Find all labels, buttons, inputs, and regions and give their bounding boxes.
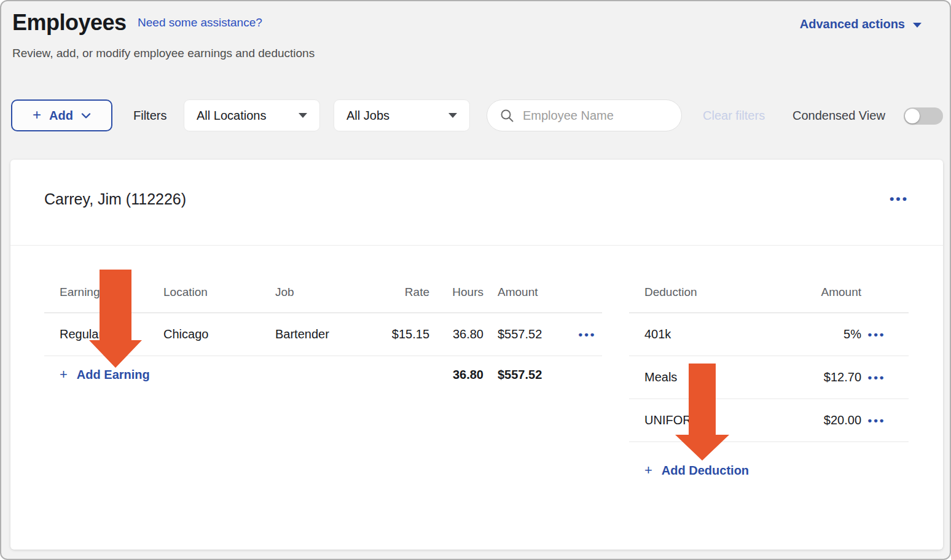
employee-card-header: Carrey, Jim (112226) ••• xyxy=(10,160,943,246)
deduction-name: Meals xyxy=(629,370,788,384)
add-earning-link[interactable]: + Add Earning xyxy=(44,367,359,383)
employee-search-input[interactable] xyxy=(523,109,664,123)
deduction-amount: 5% xyxy=(788,327,861,341)
deduction-amount: $20.00 xyxy=(788,413,861,427)
earning-location: Chicago xyxy=(163,327,275,341)
condensed-view-toggle[interactable] xyxy=(904,107,943,125)
toggle-knob xyxy=(905,109,920,123)
earning-job: Bartender xyxy=(275,327,359,341)
chevron-down-icon xyxy=(81,113,91,119)
employee-search[interactable] xyxy=(487,99,682,131)
deduction-name: 401k xyxy=(629,327,788,341)
deduction-row: Meals $12.70 ••• xyxy=(629,356,909,399)
clear-filters-link[interactable]: Clear filters xyxy=(703,99,765,131)
earning-row: Regular Chicago Bartender $15.15 36.80 $… xyxy=(44,313,602,356)
caret-down-icon xyxy=(913,23,922,28)
advanced-actions-dropdown[interactable]: Advanced actions xyxy=(800,17,922,31)
deduction-row: UNIFORM $20.00 ••• xyxy=(629,399,909,442)
deductions-footer-row: + Add Deduction xyxy=(629,442,909,499)
deduction-row-menu-button[interactable]: ••• xyxy=(861,414,892,427)
add-button-label: Add xyxy=(49,109,73,123)
earning-amount: $557.52 xyxy=(483,327,573,341)
col-earning: Earning xyxy=(44,286,163,299)
employee-name: Carrey, Jim (112226) xyxy=(44,190,186,208)
earnings-header-row: Earning Location Job Rate Hours Amount xyxy=(44,271,602,313)
location-filter-value: All Locations xyxy=(197,109,266,123)
advanced-actions-label: Advanced actions xyxy=(800,17,905,31)
location-filter-select[interactable]: All Locations xyxy=(184,99,320,131)
earning-rate: $15.15 xyxy=(359,327,429,341)
col-deduction-amount: Amount xyxy=(788,286,861,299)
page-header: Employees Need some assistance? xyxy=(12,10,262,36)
earnings-table: Earning Location Job Rate Hours Amount R… xyxy=(44,271,602,393)
plus-icon: + xyxy=(33,107,41,122)
earning-row-menu-button[interactable]: ••• xyxy=(573,328,602,341)
col-location: Location xyxy=(163,286,275,299)
filters-label: Filters xyxy=(133,99,166,131)
deduction-row-menu-button[interactable]: ••• xyxy=(861,328,892,341)
add-deduction-label: Add Deduction xyxy=(662,464,749,478)
employee-card: Carrey, Jim (112226) ••• Earning Locatio… xyxy=(10,160,943,550)
caret-down-icon xyxy=(448,113,457,118)
deduction-row-menu-button[interactable]: ••• xyxy=(861,371,892,384)
add-deduction-link[interactable]: + Add Deduction xyxy=(629,462,749,478)
need-assistance-link[interactable]: Need some assistance? xyxy=(138,16,262,29)
deductions-header-row: Deduction Amount xyxy=(629,271,909,313)
add-earning-label: Add Earning xyxy=(77,368,150,382)
plus-icon: + xyxy=(60,367,68,383)
col-hours: Hours xyxy=(429,286,483,299)
employees-page: Employees Need some assistance? Review, … xyxy=(0,0,951,560)
job-filter-select[interactable]: All Jobs xyxy=(334,99,470,131)
search-icon xyxy=(499,108,514,123)
job-filter-value: All Jobs xyxy=(346,109,389,123)
deduction-amount: $12.70 xyxy=(788,370,861,384)
deductions-table: Deduction Amount 401k 5% ••• Meals $12.7… xyxy=(629,271,909,499)
condensed-view-label: Condensed View xyxy=(792,99,885,131)
earning-hours: 36.80 xyxy=(429,327,483,341)
col-job: Job xyxy=(275,286,359,299)
page-subtitle: Review, add, or modify employee earnings… xyxy=(12,47,315,60)
earning-type: Regular xyxy=(44,327,163,341)
toolbar: + Add Filters All Locations All Jobs Cle… xyxy=(1,99,950,131)
total-hours: 36.80 xyxy=(429,368,483,382)
col-amount: Amount xyxy=(483,286,573,299)
col-rate: Rate xyxy=(359,286,429,299)
deduction-name: UNIFORM xyxy=(629,413,788,427)
deduction-row: 401k 5% ••• xyxy=(629,313,909,356)
earnings-footer-row: + Add Earning 36.80 $557.52 xyxy=(44,356,602,393)
employee-menu-button[interactable]: ••• xyxy=(890,192,909,206)
add-button[interactable]: + Add xyxy=(11,99,112,131)
plus-icon: + xyxy=(644,462,652,478)
page-title: Employees xyxy=(12,10,127,36)
col-deduction: Deduction xyxy=(629,286,788,299)
caret-down-icon xyxy=(299,113,307,118)
total-amount: $557.52 xyxy=(483,368,573,382)
